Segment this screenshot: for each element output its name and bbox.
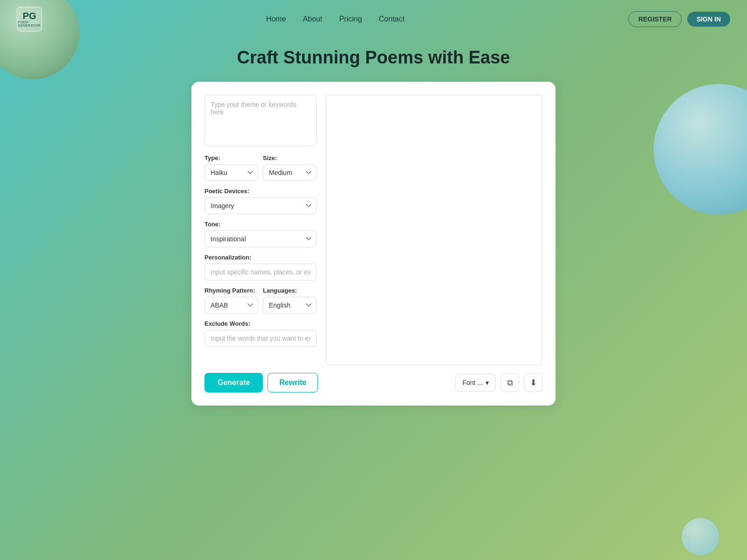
personalization-group: Personalization: bbox=[204, 254, 317, 280]
languages-select[interactable]: English Spanish French German Italian bbox=[263, 297, 317, 314]
theme-input[interactable] bbox=[204, 95, 317, 146]
languages-group: Languages: English Spanish French German… bbox=[263, 287, 317, 314]
font-label: Font ... bbox=[462, 379, 483, 386]
exclude-group: Exclude Words: bbox=[204, 320, 317, 347]
nav-link-pricing[interactable]: Pricing bbox=[339, 15, 362, 23]
logo-letters: PG bbox=[23, 11, 36, 21]
rhyming-languages-row: Rhyming Pattern: ABAB AABB ABCB Free Non… bbox=[204, 287, 317, 314]
personalization-input[interactable] bbox=[204, 264, 317, 280]
type-size-row: Type: Haiku Sonnet Limerick Free Verse O… bbox=[204, 154, 317, 181]
deco-circle-bottom-right bbox=[682, 518, 719, 555]
rhyming-group: Rhyming Pattern: ABAB AABB ABCB Free Non… bbox=[204, 287, 258, 314]
tone-label: Tone: bbox=[204, 221, 317, 228]
logo-subtitle: POEM GENERATOR bbox=[18, 21, 41, 27]
generate-button[interactable]: Generate bbox=[204, 373, 263, 392]
rhyming-label: Rhyming Pattern: bbox=[204, 287, 258, 294]
navbar: PG POEM GENERATOR Home About Pricing Con… bbox=[0, 0, 747, 38]
size-group: Size: Small Medium Large bbox=[263, 154, 317, 181]
right-action-buttons: Font ... ▾ ⧉ ⬇ bbox=[455, 373, 543, 392]
logo: PG POEM GENERATOR bbox=[17, 7, 42, 32]
nav-link-home[interactable]: Home bbox=[266, 15, 286, 23]
poetic-group: Poetic Devices: Imagery Alliteration Met… bbox=[204, 188, 317, 214]
nav-actions: REGISTER SIGN IN bbox=[628, 11, 730, 27]
tone-select[interactable]: Inspirational Melancholic Joyful Romanti… bbox=[204, 231, 317, 247]
register-button[interactable]: REGISTER bbox=[628, 11, 682, 27]
nav-link-about[interactable]: About bbox=[303, 15, 323, 23]
left-action-buttons: Generate Rewrite bbox=[204, 373, 318, 392]
rhyming-select[interactable]: ABAB AABB ABCB Free None bbox=[204, 297, 258, 314]
type-select[interactable]: Haiku Sonnet Limerick Free Verse Ode bbox=[204, 164, 258, 181]
download-button[interactable]: ⬇ bbox=[524, 373, 543, 392]
type-group: Type: Haiku Sonnet Limerick Free Verse O… bbox=[204, 154, 258, 181]
languages-label: Languages: bbox=[263, 287, 317, 294]
nav-link-contact[interactable]: Contact bbox=[379, 15, 404, 23]
exclude-label: Exclude Words: bbox=[204, 320, 317, 327]
nav-links: Home About Pricing Contact bbox=[266, 15, 405, 23]
rewrite-button[interactable]: Rewrite bbox=[268, 373, 318, 392]
chevron-down-icon: ▾ bbox=[486, 379, 489, 386]
size-select[interactable]: Small Medium Large bbox=[263, 164, 317, 181]
bottom-actions: Generate Rewrite Font ... ▾ ⧉ ⬇ bbox=[204, 373, 543, 392]
signin-button[interactable]: SIGN IN bbox=[687, 12, 730, 27]
download-icon: ⬇ bbox=[530, 378, 537, 388]
copy-icon: ⧉ bbox=[507, 378, 513, 388]
size-label: Size: bbox=[263, 154, 317, 161]
card-inner: Type: Haiku Sonnet Limerick Free Verse O… bbox=[204, 95, 543, 365]
page-title: Craft Stunning Poems with Ease bbox=[0, 48, 747, 68]
tone-group: Tone: Inspirational Melancholic Joyful R… bbox=[204, 221, 317, 247]
poetic-label: Poetic Devices: bbox=[204, 188, 317, 195]
left-panel: Type: Haiku Sonnet Limerick Free Verse O… bbox=[204, 95, 317, 365]
logo-box: PG POEM GENERATOR bbox=[17, 7, 42, 32]
exclude-input[interactable] bbox=[204, 330, 317, 347]
copy-button[interactable]: ⧉ bbox=[500, 373, 519, 392]
main-card: Type: Haiku Sonnet Limerick Free Verse O… bbox=[191, 82, 556, 406]
poem-output-area bbox=[326, 95, 543, 365]
type-label: Type: bbox=[204, 154, 258, 161]
deco-circle-right bbox=[654, 84, 747, 215]
poetic-select[interactable]: Imagery Alliteration Metaphor Simile Per… bbox=[204, 197, 317, 214]
personalization-label: Personalization: bbox=[204, 254, 317, 261]
font-button[interactable]: Font ... ▾ bbox=[455, 374, 496, 392]
